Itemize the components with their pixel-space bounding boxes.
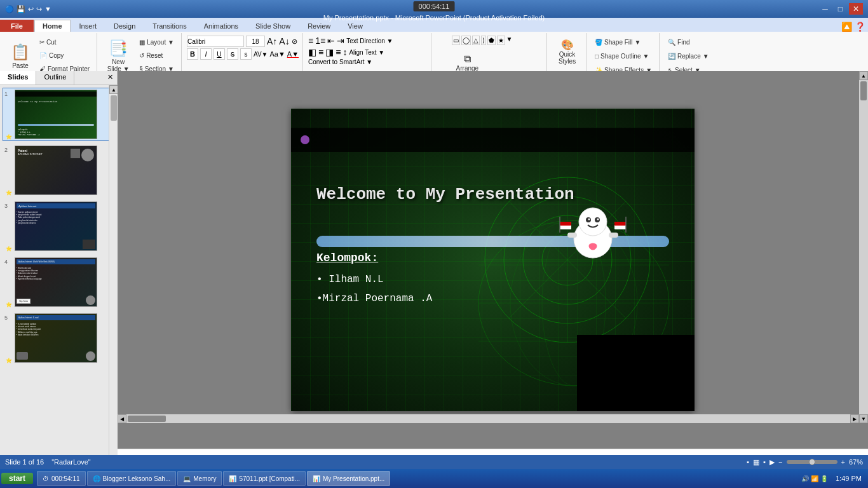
taskbar-57011[interactable]: 📊 57011.ppt [Compati... <box>223 471 306 486</box>
shape-more-icon[interactable]: ▼ <box>506 36 513 45</box>
slide-group-label[interactable]: Kelompok: <box>316 252 378 264</box>
text-direction-icon[interactable]: Text Direction ▼ <box>346 37 393 44</box>
shape-fill-label: Shape Fill <box>604 39 632 46</box>
zoom-out-icon[interactable]: − <box>778 458 782 466</box>
slide-thumb-1[interactable]: 1 Welcome to My Presentation Kelompok: •… <box>3 88 114 141</box>
quick-access-save[interactable]: 💾 <box>17 5 25 13</box>
view-slideshow-icon[interactable]: ▶ <box>770 458 775 466</box>
copy-label: Copy <box>49 52 64 59</box>
bullets-icon[interactable]: ≡ <box>308 36 313 46</box>
cut-button[interactable]: ✂ Cut <box>36 36 93 48</box>
taskbar-blogger[interactable]: 🌐 Blogger: Leksono Sah... <box>87 471 177 486</box>
shape-3-icon[interactable]: △ <box>472 36 480 45</box>
layout-button[interactable]: ▦ Layout ▼ <box>136 36 177 48</box>
hscroll-left[interactable]: ◀ <box>118 414 126 423</box>
shape-2-icon[interactable]: ◯ <box>461 36 471 45</box>
quick-access-more[interactable]: ▼ <box>44 5 51 13</box>
shape-outline-button[interactable]: □ Shape Outline ▼ <box>592 50 652 62</box>
paste-button[interactable]: 📋 Paste <box>6 36 34 76</box>
slide-bullet1[interactable]: • Ilham N.L <box>316 274 384 285</box>
taskbar-timer[interactable]: ⏱ 000:54:11 <box>37 471 86 486</box>
underline-button[interactable]: U <box>214 48 225 60</box>
font-case-icon[interactable]: Aa▼ <box>269 50 285 58</box>
slides-tab[interactable]: Slides <box>0 71 36 85</box>
shape-fill-dropdown-icon: ▼ <box>635 39 641 46</box>
quick-styles-button[interactable]: 🎨 QuickStyles <box>553 36 581 67</box>
replace-button[interactable]: 🔄 Replace ▼ <box>665 50 712 62</box>
taskbar-presentation[interactable]: 📊 My Presentation.ppt... <box>307 471 390 486</box>
shadow-button[interactable]: s <box>240 48 252 60</box>
find-button[interactable]: 🔍 Find <box>665 36 693 48</box>
paste-icon: 📋 <box>11 43 30 61</box>
slide-thumb-3[interactable]: 3 Aplikasi Internet • Saat ini aplikasi … <box>3 200 114 253</box>
hscroll-thumb[interactable] <box>128 416 166 422</box>
view-normal-icon[interactable]: ▪ <box>747 458 749 466</box>
slide-main-title[interactable]: Welcome to My Presentation <box>316 185 574 204</box>
zoom-in-icon[interactable]: + <box>841 458 845 466</box>
clear-format-icon[interactable]: ⊘ <box>292 37 297 46</box>
slide-thumb-2[interactable]: 2 Pateni APLIKASI INTERNET ⭐ <box>3 144 114 197</box>
main-scroll-up[interactable]: ▲ <box>859 71 868 80</box>
taskbar-memory[interactable]: 💻 Memory <box>177 471 222 486</box>
align-right-icon[interactable]: ◨ <box>325 47 334 57</box>
scroll-thumb[interactable] <box>111 95 117 121</box>
shape-fill-button[interactable]: 🪣 Shape Fill ▼ <box>592 36 644 48</box>
tab-animations[interactable]: Animations <box>196 20 247 32</box>
tab-home[interactable]: Home <box>34 20 71 32</box>
restore-button[interactable]: □ <box>834 3 846 15</box>
tab-transitions[interactable]: Transitions <box>144 20 194 32</box>
slide-thumb-4[interactable]: 4 Aplikasi Internet: World Wide Web (WWW… <box>3 255 114 309</box>
view-reading-icon[interactable]: ▪ <box>763 458 766 466</box>
shape-6-icon[interactable]: ★ <box>497 36 505 45</box>
bold-button[interactable]: B <box>187 48 198 60</box>
line-spacing-icon[interactable]: ↕ <box>342 47 347 57</box>
font-name-input[interactable] <box>187 36 244 47</box>
font-color-icon[interactable]: A▼ <box>287 50 299 58</box>
tab-slideshow[interactable]: Slide Show <box>247 20 299 32</box>
shape-5-icon[interactable]: ⬟ <box>487 36 496 45</box>
view-slide-sorter-icon[interactable]: ▦ <box>753 458 759 466</box>
main-scroll-thumb[interactable] <box>860 81 867 100</box>
shape-4-icon[interactable]: ⟩ <box>481 36 486 45</box>
shape-1-icon[interactable]: ▭ <box>452 36 460 45</box>
new-slide-button[interactable]: 📑 NewSlide ▼ <box>102 36 134 76</box>
tab-insert[interactable]: Insert <box>71 20 105 32</box>
numbering-icon[interactable]: 1≡ <box>315 36 325 46</box>
scroll-up-button[interactable]: ▲ <box>109 85 118 94</box>
timer-label: 000:54:11 <box>51 475 80 482</box>
minimize-button[interactable]: ─ <box>818 3 832 15</box>
ribbon-collapse-icon[interactable]: ❓ <box>855 22 865 32</box>
ribbon-help-icon[interactable]: 🔼 <box>841 22 852 32</box>
outline-tab[interactable]: Outline <box>36 71 74 85</box>
quick-access-redo[interactable]: ↪ <box>36 5 42 13</box>
tab-file[interactable]: File <box>0 20 34 32</box>
strikethrough-button[interactable]: S̶ <box>227 48 238 60</box>
font-size-input[interactable] <box>246 36 265 47</box>
close-button[interactable]: ✕ <box>849 3 863 15</box>
char-spacing-icon[interactable]: AV▼ <box>254 51 268 58</box>
zoom-slider-thumb[interactable] <box>809 459 815 465</box>
hscroll-right[interactable]: ▶ <box>850 414 859 423</box>
slide-bullet2[interactable]: •Mirzal Poernama .A <box>316 293 432 304</box>
convert-smartart-icon[interactable]: Convert to SmartArt ▼ <box>308 58 372 65</box>
increase-indent-icon[interactable]: ⇥ <box>337 36 344 46</box>
italic-button[interactable]: I <box>200 48 212 60</box>
align-center-icon[interactable]: ≡ <box>318 47 323 57</box>
decrease-indent-icon[interactable]: ⇤ <box>327 36 335 46</box>
font-increase-icon[interactable]: A↑ <box>267 36 277 46</box>
tab-design[interactable]: Design <box>105 20 144 32</box>
quick-access-undo[interactable]: ↩ <box>28 5 34 13</box>
zoom-slider[interactable] <box>787 460 837 464</box>
align-left-icon[interactable]: ◧ <box>308 47 316 57</box>
slide-canvas[interactable]: Welcome to My Presentation Kelompok: • I… <box>291 109 695 411</box>
slide-thumb-5[interactable]: 5 Aplikasi Internet: E-mail • E-mail ada… <box>3 311 114 365</box>
justify-icon[interactable]: ≡ <box>336 47 341 57</box>
start-button[interactable]: start <box>1 473 33 484</box>
align-text-icon[interactable]: Align Text ▼ <box>349 49 384 56</box>
copy-button[interactable]: 📄 Copy <box>36 49 93 62</box>
main-scroll-down[interactable]: ▼ <box>859 414 868 423</box>
font-decrease-icon[interactable]: A↓ <box>279 36 289 46</box>
panel-close-button[interactable]: ✕ <box>104 71 117 85</box>
reset-button[interactable]: ↺ Reset <box>136 49 177 62</box>
slide-num-3: 3 <box>4 201 12 209</box>
